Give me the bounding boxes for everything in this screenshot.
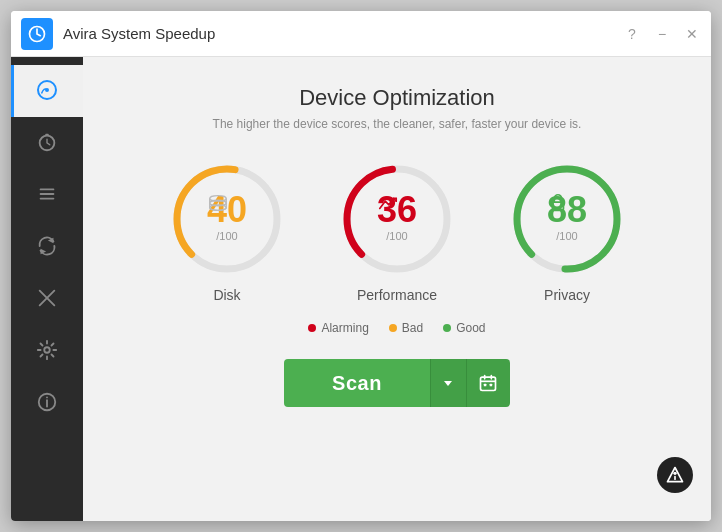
svg-rect-4 [45,133,49,135]
legend: Alarming Bad Good [308,321,485,335]
svg-rect-5 [40,188,55,190]
content-area: Device Optimization The higher the devic… [83,57,711,521]
score-card-privacy: 88 /100 Privacy [497,159,637,303]
good-dot [443,324,451,332]
good-label: Good [456,321,485,335]
sidebar-item-dashboard[interactable] [11,65,83,117]
performance-score-inner: 36 /100 [377,192,417,246]
sidebar-item-settings[interactable] [11,325,83,377]
legend-alarming: Alarming [308,321,368,335]
bad-dot [389,324,397,332]
disk-score-inner: 40 /100 [207,192,247,246]
svg-rect-27 [481,377,496,390]
privacy-score-inner: 88 /100 [547,192,587,246]
tools-icon [36,287,58,312]
legend-good: Good [443,321,485,335]
avira-badge[interactable] [657,457,693,493]
sidebar-item-info[interactable] [11,377,83,429]
page-subtitle: The higher the device scores, the cleane… [213,117,582,131]
refresh-icon [36,235,58,260]
scan-dropdown-button[interactable] [430,359,466,407]
svg-point-15 [46,396,48,398]
sidebar-item-list[interactable] [11,169,83,221]
sidebar-item-refresh[interactable] [11,221,83,273]
svg-rect-28 [484,384,487,387]
info-icon [36,391,58,416]
settings-icon [36,339,58,364]
svg-rect-29 [490,384,493,387]
timer-icon [36,131,58,156]
app-window: Avira System Speedup ? − ✕ [11,11,711,521]
score-circle-performance: 36 /100 [337,159,457,279]
alarming-label: Alarming [321,321,368,335]
alarming-dot [308,324,316,332]
scores-row: 40 /100 Disk [157,159,637,303]
list-icon [36,183,58,208]
svg-rect-25 [552,202,563,210]
svg-point-30 [673,472,676,475]
window-controls: ? − ✕ [623,25,701,43]
sidebar [11,57,83,521]
svg-marker-26 [444,381,452,386]
app-icon [21,18,53,50]
score-circle-privacy: 88 /100 [507,159,627,279]
close-button[interactable]: ✕ [683,25,701,43]
svg-point-2 [45,88,49,92]
score-card-disk: 40 /100 Disk [157,159,297,303]
svg-point-12 [44,347,50,353]
disk-score-denom: /100 [216,230,237,242]
action-bar: Scan [284,359,510,407]
performance-score-denom: /100 [386,230,407,242]
legend-bad: Bad [389,321,423,335]
privacy-score-denom: /100 [556,230,577,242]
scan-calendar-button[interactable] [466,359,510,407]
bad-label: Bad [402,321,423,335]
dashboard-icon [35,78,59,105]
minimize-button[interactable]: − [653,25,671,43]
main-layout: Device Optimization The higher the devic… [11,57,711,521]
titlebar: Avira System Speedup ? − ✕ [11,11,711,57]
svg-rect-7 [40,197,55,199]
scan-button[interactable]: Scan [284,359,430,407]
page-title: Device Optimization [299,85,495,111]
disk-label: Disk [213,287,240,303]
score-card-performance: 36 /100 Performance [327,159,467,303]
svg-rect-6 [40,193,55,195]
performance-label: Performance [357,287,437,303]
sidebar-item-tools[interactable] [11,273,83,325]
window-title: Avira System Speedup [63,25,623,42]
help-button[interactable]: ? [623,25,641,43]
sidebar-item-timer[interactable] [11,117,83,169]
privacy-label: Privacy [544,287,590,303]
score-circle-disk: 40 /100 [167,159,287,279]
